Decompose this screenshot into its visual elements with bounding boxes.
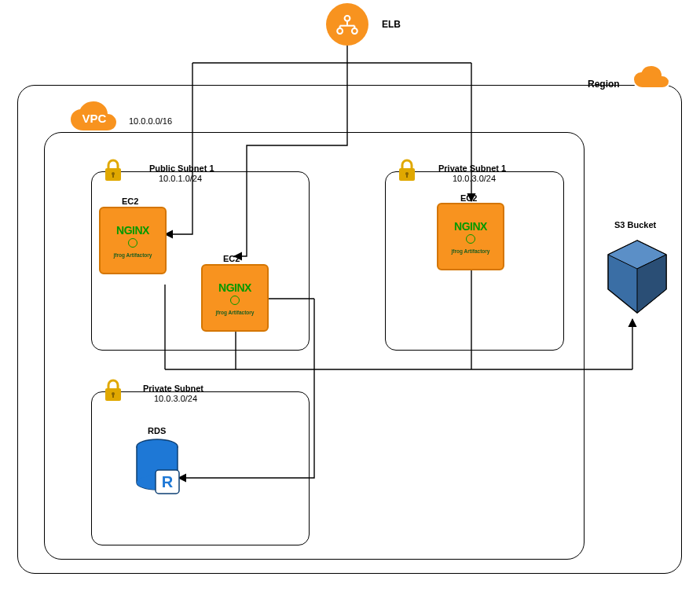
- nginx-icon-3: [466, 234, 475, 244]
- load-balancer-icon: [334, 11, 361, 38]
- ec2-node-3: NGINX jfrog Artifactory: [437, 203, 504, 270]
- region-label: Region: [588, 79, 620, 90]
- ec2-2-label: EC2: [223, 254, 240, 263]
- ec2-3-label: EC2: [460, 193, 477, 203]
- svg-rect-22: [112, 394, 114, 398]
- subnet2-cidr: 10.0.3.0/24: [453, 174, 496, 183]
- subnet1-title: Public Subnet 1: [149, 163, 214, 173]
- subnet3-title: Private Subnet: [143, 384, 203, 393]
- lock-icon-3: [104, 379, 123, 402]
- ec2-node-2: NGINX jfrog Artifactory: [201, 264, 269, 332]
- ec2-node-1: NGINX jfrog Artifactory: [99, 207, 167, 274]
- nginx-icon-2: [230, 296, 240, 305]
- vpc-cidr: 10.0.0.0/16: [129, 116, 172, 126]
- nginx-label-2: NGINX: [218, 281, 251, 294]
- nginx-icon-1: [128, 238, 137, 248]
- jfrog-label-2: jfrog Artifactory: [216, 310, 255, 315]
- svg-point-8: [352, 28, 357, 34]
- svg-text:R: R: [162, 473, 174, 490]
- jfrog-label-1: jfrog Artifactory: [114, 252, 152, 258]
- region-cloud-icon: [629, 63, 673, 94]
- elb-label: ELB: [382, 19, 401, 30]
- svg-point-7: [337, 28, 343, 34]
- svg-text:VPC: VPC: [82, 112, 107, 125]
- lock-icon-2: [398, 159, 416, 182]
- svg-rect-19: [406, 174, 408, 178]
- s3-bucket-icon: [602, 234, 673, 321]
- subnet2-title: Private Subnet 1: [438, 163, 506, 173]
- svg-point-6: [345, 16, 350, 21]
- nginx-label-1: NGINX: [116, 224, 149, 237]
- subnet1-cidr: 10.0.1.0/24: [159, 174, 202, 183]
- elb-icon: [326, 3, 368, 46]
- rds-icon: R: [134, 439, 181, 501]
- diagram-canvas: ELB Region VPC 10.0.0.0/16 Public Subnet…: [0, 0, 700, 595]
- svg-rect-16: [112, 174, 114, 178]
- ec2-1-label: EC2: [122, 196, 138, 206]
- vpc-cloud-icon: VPC: [66, 99, 123, 137]
- private-subnet-bottom: [91, 391, 310, 545]
- lock-icon-1: [104, 159, 123, 182]
- jfrog-label-3: jfrog Artifactory: [452, 248, 490, 254]
- rds-label: RDS: [148, 426, 166, 435]
- s3-label: S3 Bucket: [614, 220, 656, 230]
- subnet3-cidr: 10.0.3.0/24: [154, 394, 197, 403]
- nginx-label-3: NGINX: [454, 220, 487, 233]
